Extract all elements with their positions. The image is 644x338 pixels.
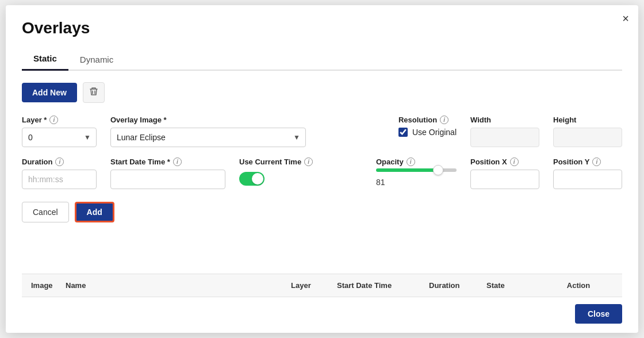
resolution-label: Resolution i bbox=[398, 116, 457, 124]
use-current-time-info-icon[interactable]: i bbox=[304, 158, 313, 166]
width-label: Width bbox=[470, 116, 539, 124]
position-y-input[interactable] bbox=[553, 170, 622, 189]
form-row-1: Layer * i 0 1 2 ▼ Overlay Image * Lunar … bbox=[22, 116, 622, 147]
opacity-value: 81 bbox=[376, 178, 457, 187]
trash-icon bbox=[89, 87, 98, 96]
start-date-field: Start Date Time * i bbox=[110, 158, 225, 189]
layer-field: Layer * i 0 1 2 ▼ bbox=[22, 116, 97, 147]
position-y-info-icon[interactable]: i bbox=[592, 158, 601, 166]
layer-select-wrapper: 0 1 2 ▼ bbox=[22, 128, 97, 147]
form-row-2: Duration i Start Date Time * i Use Curre… bbox=[22, 158, 622, 189]
start-date-info-icon[interactable]: i bbox=[173, 158, 182, 166]
add-button[interactable]: Add bbox=[75, 202, 114, 222]
tab-static[interactable]: Static bbox=[22, 49, 68, 71]
close-icon-button[interactable]: × bbox=[622, 12, 629, 25]
toolbar: Add New bbox=[22, 82, 622, 103]
overlay-image-select[interactable]: Lunar Eclipse bbox=[110, 128, 306, 147]
width-field: Width bbox=[470, 116, 539, 147]
position-y-field: Position Y i bbox=[553, 158, 622, 189]
delete-button[interactable] bbox=[83, 82, 105, 103]
tab-dynamic[interactable]: Dynamic bbox=[68, 49, 125, 71]
th-image: Image bbox=[31, 281, 66, 290]
height-label: Height bbox=[553, 116, 622, 124]
overlay-image-label: Overlay Image * bbox=[110, 116, 306, 124]
cancel-button[interactable]: Cancel bbox=[22, 202, 69, 222]
resolution-info-icon[interactable]: i bbox=[440, 116, 448, 124]
th-layer: Layer bbox=[291, 281, 337, 290]
opacity-section: Opacity i 81 bbox=[376, 158, 457, 187]
position-x-label: Position X i bbox=[470, 158, 539, 166]
toggle-wrapper bbox=[239, 172, 313, 188]
use-original-checkbox[interactable] bbox=[398, 128, 408, 137]
action-buttons: Cancel Add bbox=[22, 202, 622, 222]
duration-input[interactable] bbox=[22, 170, 97, 189]
table-header: Image Name Layer Start Date Time Duratio… bbox=[22, 274, 622, 297]
use-original-label[interactable]: Use Original bbox=[412, 128, 457, 137]
layer-label: Layer * i bbox=[22, 116, 97, 124]
th-state: State bbox=[486, 281, 544, 290]
use-current-time-field: Use Current Time i bbox=[239, 158, 313, 188]
position-x-field: Position X i bbox=[470, 158, 539, 189]
duration-field: Duration i bbox=[22, 158, 97, 189]
resolution-section: Resolution i Use Original bbox=[398, 116, 457, 137]
start-date-label: Start Date Time * i bbox=[110, 158, 225, 166]
position-y-label: Position Y i bbox=[553, 158, 622, 166]
modal: × Overlays Static Dynamic Add New Layer … bbox=[6, 5, 638, 333]
add-new-button[interactable]: Add New bbox=[22, 83, 77, 102]
opacity-slider-wrapper bbox=[376, 168, 457, 172]
th-name: Name bbox=[66, 281, 291, 290]
start-date-input[interactable] bbox=[110, 170, 225, 189]
overlay-image-field: Overlay Image * Lunar Eclipse ▼ bbox=[110, 116, 306, 147]
layer-select[interactable]: 0 1 2 bbox=[22, 128, 97, 147]
overlay-image-select-wrapper: Lunar Eclipse ▼ bbox=[110, 128, 306, 147]
toggle-thumb bbox=[252, 173, 263, 185]
th-start-date-time: Start Date Time bbox=[337, 281, 429, 290]
use-original-row: Use Original bbox=[398, 128, 457, 137]
use-current-time-label: Use Current Time i bbox=[239, 158, 313, 166]
layer-info-icon[interactable]: i bbox=[49, 116, 58, 124]
th-duration: Duration bbox=[429, 281, 486, 290]
duration-info-icon[interactable]: i bbox=[55, 158, 64, 166]
opacity-slider[interactable] bbox=[376, 168, 457, 172]
duration-label: Duration i bbox=[22, 158, 97, 166]
close-button[interactable]: Close bbox=[575, 304, 622, 324]
width-input[interactable] bbox=[470, 128, 539, 147]
th-action: Action bbox=[544, 281, 613, 290]
modal-footer: Close bbox=[22, 297, 622, 333]
height-input[interactable] bbox=[553, 128, 622, 147]
position-x-info-icon[interactable]: i bbox=[510, 158, 519, 166]
position-x-input[interactable] bbox=[470, 170, 539, 189]
tabs-container: Static Dynamic bbox=[22, 48, 622, 71]
modal-title: Overlays bbox=[22, 19, 622, 37]
use-current-time-toggle[interactable] bbox=[239, 172, 264, 186]
height-field: Height bbox=[553, 116, 622, 147]
